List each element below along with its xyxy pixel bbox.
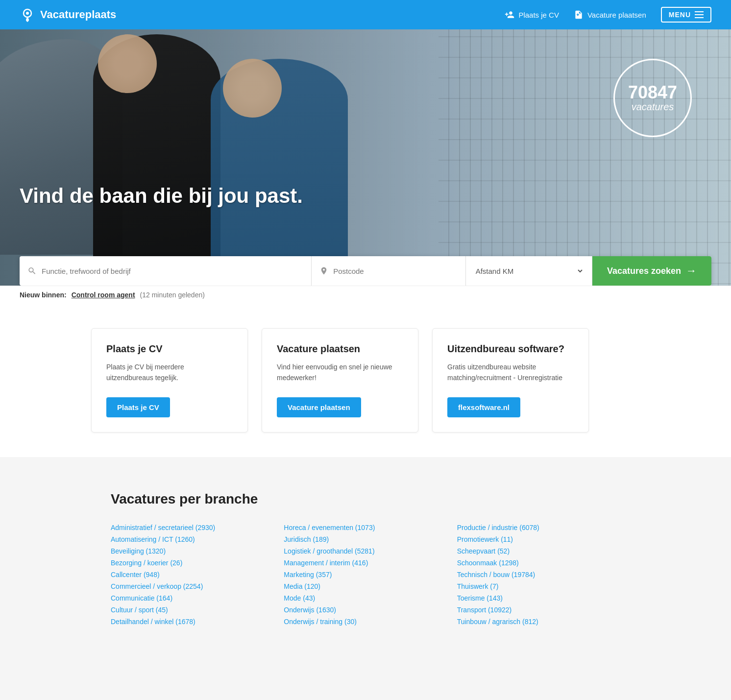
branche-link[interactable]: Toerisme (143) <box>457 592 620 604</box>
menu-label: MENU <box>669 11 691 19</box>
search-button[interactable]: Vacatures zoeken → <box>592 256 711 286</box>
card-software-desc: Gratis uitzendbureau website matching/re… <box>447 362 574 384</box>
branche-col-1: Administratief / secretarieel (2930)Auto… <box>111 522 274 628</box>
branche-link[interactable]: Management / interim (416) <box>284 557 447 569</box>
person-add-icon <box>505 10 514 20</box>
branche-link[interactable]: Transport (10922) <box>457 604 620 616</box>
location-icon <box>319 266 328 276</box>
svg-point-1 <box>26 12 29 15</box>
document-add-icon <box>574 10 584 20</box>
branche-link[interactable]: Callcenter (948) <box>111 569 274 580</box>
logo-text: Vacatureplaats <box>40 8 116 21</box>
header-nav: Plaats je CV Vacature plaatsen MENU <box>505 7 711 23</box>
branche-link[interactable]: Scheepvaart (52) <box>457 545 620 557</box>
branche-link[interactable]: Logistiek / groothandel (5281) <box>284 545 447 557</box>
branche-link[interactable]: Administratief / secretarieel (2930) <box>111 522 274 533</box>
hamburger-icon <box>695 11 704 18</box>
cards-row: Plaats je CV Plaats je CV bij meerdere u… <box>91 328 640 433</box>
branche-link[interactable]: Bezorging / koerier (26) <box>111 557 274 569</box>
nieuw-binnen-job-link[interactable]: Control room agent <box>72 291 135 299</box>
branche-col-2: Horeca / evenementen (1073)Juridisch (18… <box>284 522 447 628</box>
hero-text: Vind de baan die bij jou past. <box>20 184 303 216</box>
branche-link[interactable]: Mode (43) <box>284 592 447 604</box>
branche-link[interactable]: Onderwijs / training (30) <box>284 616 447 628</box>
badge-text: vacatures <box>632 101 674 113</box>
card-software: Uitzendbureau software? Gratis uitzendbu… <box>432 328 589 433</box>
branche-link[interactable]: Beveiliging (1320) <box>111 545 274 557</box>
branche-link[interactable]: Thuiswerk (7) <box>457 580 620 592</box>
branche-link[interactable]: Cultuur / sport (45) <box>111 604 274 616</box>
card-vacature-btn[interactable]: Vacature plaatsen <box>277 397 361 417</box>
branche-link[interactable]: Juridisch (189) <box>284 533 447 545</box>
branche-link[interactable]: Onderwijs (1630) <box>284 604 447 616</box>
hero-search-area: Afstand KM 5 KM 10 KM 25 KM 50 KM Vacatu… <box>0 256 731 304</box>
branche-title: Vacatures per branche <box>111 491 620 507</box>
badge-number: 70847 <box>628 84 677 101</box>
branche-link[interactable]: Automatisering / ICT (1260) <box>111 533 274 545</box>
branche-section: Vacatures per branche Administratief / s… <box>91 467 640 652</box>
branche-link[interactable]: Communicatie (164) <box>111 592 274 604</box>
branche-link[interactable]: Tuinbouw / agrarisch (812) <box>457 616 620 628</box>
branche-link[interactable]: Detailhandel / winkel (1678) <box>111 616 274 628</box>
card-vacature-title: Vacature plaatsen <box>277 343 403 355</box>
branche-col-3: Productie / industrie (6078)Promotiewerk… <box>457 522 620 628</box>
branche-link[interactable]: Schoonmaak (1298) <box>457 557 620 569</box>
logo[interactable]: Vacatureplaats <box>20 7 116 23</box>
header: Vacatureplaats Plaats je CV Vacature pla… <box>0 0 731 29</box>
card-plaatscv-btn[interactable]: Plaats je CV <box>106 397 170 417</box>
nav-vacature[interactable]: Vacature plaatsen <box>574 10 646 20</box>
nav-vacature-label: Vacature plaatsen <box>587 11 646 19</box>
search-bar: Afstand KM 5 KM 10 KM 25 KM 50 KM Vacatu… <box>20 256 711 286</box>
job-search-input[interactable] <box>42 267 303 275</box>
branche-link[interactable]: Commercieel / verkoop (2254) <box>111 580 274 592</box>
search-icon <box>27 266 37 276</box>
hero-title: Vind de baan die bij jou past. <box>20 184 303 208</box>
card-plaatscv: Plaats je CV Plaats je CV bij meerdere u… <box>91 328 248 433</box>
distance-field: Afstand KM 5 KM 10 KM 25 KM 50 KM <box>466 256 592 286</box>
card-vacature: Vacature plaatsen Vind hier eenvoudig en… <box>262 328 418 433</box>
nieuw-binnen-bar: Nieuw binnen: Control room agent (12 min… <box>0 286 731 304</box>
card-software-title: Uitzendbureau software? <box>447 343 574 355</box>
logo-icon <box>20 7 35 23</box>
branche-link[interactable]: Promotiewerk (11) <box>457 533 620 545</box>
branche-link[interactable]: Marketing (357) <box>284 569 447 580</box>
menu-button[interactable]: MENU <box>661 7 711 23</box>
branche-link[interactable]: Media (120) <box>284 580 447 592</box>
card-software-btn[interactable]: flexsoftware.nl <box>447 397 520 417</box>
arrow-icon: → <box>686 265 697 277</box>
postcode-field <box>312 256 466 286</box>
branche-link[interactable]: Horeca / evenementen (1073) <box>284 522 447 533</box>
search-btn-label: Vacatures zoeken <box>607 266 681 276</box>
card-vacature-desc: Vind hier eenvoudig en snel je nieuwe me… <box>277 362 403 384</box>
hero-section: 70847 vacatures Vind de baan die bij jou… <box>0 29 731 304</box>
cards-section: Plaats je CV Plaats je CV bij meerdere u… <box>0 304 731 457</box>
main-content: Plaats je CV Plaats je CV bij meerdere u… <box>0 304 731 662</box>
branche-link[interactable]: Technisch / bouw (19784) <box>457 569 620 580</box>
nav-plaatscv-label: Plaats je CV <box>518 11 559 19</box>
postcode-input[interactable] <box>333 267 458 275</box>
nav-plaatscv[interactable]: Plaats je CV <box>505 10 559 20</box>
card-plaatscv-title: Plaats je CV <box>106 343 233 355</box>
branche-outer: Vacatures per branche Administratief / s… <box>0 457 731 662</box>
nieuw-binnen-label: Nieuw binnen: <box>20 291 67 299</box>
card-plaatscv-desc: Plaats je CV bij meerdere uitzendbureaus… <box>106 362 233 384</box>
search-bar-wrap: Afstand KM 5 KM 10 KM 25 KM 50 KM Vacatu… <box>0 256 731 286</box>
job-search-field <box>20 256 312 286</box>
distance-select[interactable]: Afstand KM 5 KM 10 KM 25 KM 50 KM <box>474 266 584 276</box>
branche-link[interactable]: Productie / industrie (6078) <box>457 522 620 533</box>
vacature-badge: 70847 vacatures <box>613 59 692 137</box>
nieuw-binnen-time: (12 minuten geleden) <box>140 291 205 299</box>
branche-grid: Administratief / secretarieel (2930)Auto… <box>111 522 620 628</box>
